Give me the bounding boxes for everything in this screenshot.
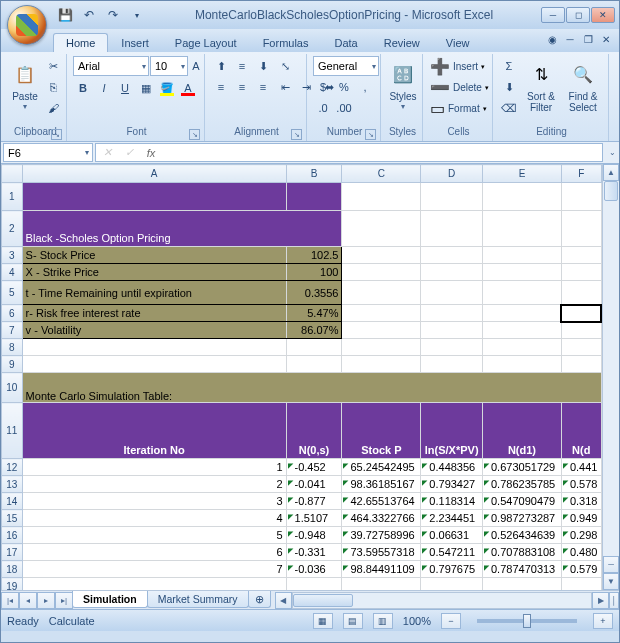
row-header-17[interactable]: 17 [2, 544, 23, 561]
cell[interactable] [483, 281, 562, 305]
tab-view[interactable]: View [433, 33, 483, 52]
data-cell[interactable]: ◤1.5107 [286, 510, 342, 527]
undo-icon[interactable]: ↶ [79, 5, 99, 25]
orientation-icon[interactable]: ⤡ [275, 56, 295, 76]
col-ln[interactable]: ln(S/X*PV) [421, 403, 483, 459]
enter-formula-icon[interactable]: ✓ [118, 146, 140, 159]
col-nd2[interactable]: N(d [561, 403, 601, 459]
qat-more-icon[interactable]: ▾ [127, 5, 147, 25]
col-header-F[interactable]: F [561, 165, 601, 183]
data-cell[interactable]: ◤98.36185167 [342, 476, 421, 493]
find-select-button[interactable]: 🔍 Find & Select [563, 56, 603, 122]
indent-dec-icon[interactable]: ⇤ [275, 77, 295, 97]
sort-filter-button[interactable]: ⇅ Sort & Filter [521, 56, 561, 122]
data-cell[interactable]: ◤39.72758996 [342, 527, 421, 544]
cell[interactable] [342, 247, 421, 264]
tab-data[interactable]: Data [321, 33, 370, 52]
param-label[interactable]: t - Time Remaining until expiration [22, 281, 286, 305]
row-header-16[interactable]: 16 [2, 527, 23, 544]
normal-view-button[interactable]: ▦ [313, 613, 333, 629]
tab-home[interactable]: Home [53, 33, 108, 52]
next-sheet-button[interactable]: ▸ [37, 592, 55, 609]
data-cell[interactable]: ◤2.234451 [421, 510, 483, 527]
data-cell[interactable]: ◤0.441 [561, 459, 601, 476]
tab-insert[interactable]: Insert [108, 33, 162, 52]
section-title[interactable]: Monte Carlo Simulation Table: [22, 373, 601, 403]
delete-cells-button[interactable]: ➖Delete▾ [429, 77, 490, 98]
vscroll-track[interactable] [603, 181, 619, 556]
col-header-B[interactable]: B [286, 165, 342, 183]
col-header-A[interactable]: A [22, 165, 286, 183]
row-header-13[interactable]: 13 [2, 476, 23, 493]
font-size-select[interactable]: 10 [150, 56, 188, 76]
cell[interactable] [561, 356, 601, 373]
data-cell[interactable]: ◤0.578 [561, 476, 601, 493]
data-cell[interactable]: ◤0.949 [561, 510, 601, 527]
decrease-decimal-icon[interactable]: .00 [334, 98, 354, 118]
data-cell[interactable]: ◤-0.948 [286, 527, 342, 544]
cell[interactable] [483, 305, 562, 322]
data-cell[interactable]: ◤0.480 [561, 544, 601, 561]
fill-color-button[interactable]: 🪣 [157, 78, 177, 98]
col-nd1[interactable]: N(d1) [483, 403, 562, 459]
row-header-3[interactable]: 3 [2, 247, 23, 264]
office-button[interactable] [7, 5, 47, 45]
data-cell[interactable]: ◤0.793427 [421, 476, 483, 493]
cell[interactable] [421, 281, 483, 305]
data-cell[interactable]: 7 [22, 561, 286, 578]
data-cell[interactable]: ◤-0.452 [286, 459, 342, 476]
data-cell[interactable]: ◤42.65513764 [342, 493, 421, 510]
new-sheet-button[interactable]: ⊕ [248, 591, 271, 608]
data-cell[interactable]: ◤0.298 [561, 527, 601, 544]
increase-decimal-icon[interactable]: .0 [313, 98, 333, 118]
scroll-down-button[interactable]: ▼ [603, 573, 619, 590]
col-header-E[interactable]: E [483, 165, 562, 183]
title-cell[interactable]: Black -Scholes Option Pricing [22, 211, 342, 247]
hscroll-thumb[interactable] [293, 594, 353, 607]
maximize-button[interactable]: ◻ [566, 7, 590, 23]
alignment-dialog-icon[interactable]: ↘ [291, 129, 302, 140]
cell[interactable] [286, 339, 342, 356]
data-cell[interactable]: 6 [22, 544, 286, 561]
wb-close-button[interactable]: ✕ [599, 32, 613, 46]
cell[interactable] [483, 264, 562, 281]
border-button[interactable]: ▦ [136, 78, 156, 98]
row-header-5[interactable]: 5 [2, 281, 23, 305]
percent-icon[interactable]: % [334, 77, 354, 97]
param-value[interactable]: 100 [286, 264, 342, 281]
vscroll-thumb[interactable] [604, 181, 618, 201]
cell[interactable] [421, 211, 483, 247]
wb-restore-button[interactable]: ❐ [581, 32, 595, 46]
zoom-out-button[interactable]: − [441, 613, 461, 629]
data-cell[interactable] [286, 578, 342, 591]
close-button[interactable]: ✕ [591, 7, 615, 23]
data-cell[interactable]: ◤-0.877 [286, 493, 342, 510]
tab-formulas[interactable]: Formulas [250, 33, 322, 52]
scroll-up-button[interactable]: ▲ [603, 164, 619, 181]
cell[interactable] [561, 281, 601, 305]
data-cell[interactable]: ◤0.579 [561, 561, 601, 578]
page-break-view-button[interactable]: ▥ [373, 613, 393, 629]
align-bottom-icon[interactable]: ⬇ [253, 56, 273, 76]
col-header-D[interactable]: D [421, 165, 483, 183]
cell[interactable] [483, 339, 562, 356]
zoom-level[interactable]: 100% [403, 615, 431, 627]
sheet-tab-market-summary[interactable]: Market Summary [147, 591, 249, 608]
param-label[interactable]: v - Volatility [22, 322, 286, 339]
fill-icon[interactable]: ⬇ [499, 77, 519, 97]
cell[interactable] [22, 183, 286, 211]
vsplit-handle[interactable]: ─ [603, 556, 619, 573]
clipboard-dialog-icon[interactable]: ↘ [51, 129, 62, 140]
save-icon[interactable]: 💾 [55, 5, 75, 25]
wb-minimize-button[interactable]: ─ [563, 32, 577, 46]
cell[interactable] [421, 247, 483, 264]
data-cell[interactable] [22, 578, 286, 591]
cell[interactable] [421, 183, 483, 211]
col-header-C[interactable]: C [342, 165, 421, 183]
cell[interactable] [483, 211, 562, 247]
align-middle-icon[interactable]: ≡ [232, 56, 252, 76]
row-header-9[interactable]: 9 [2, 356, 23, 373]
clear-icon[interactable]: ⌫ [499, 98, 519, 118]
cell[interactable] [342, 322, 421, 339]
hscroll-track[interactable] [292, 592, 592, 609]
